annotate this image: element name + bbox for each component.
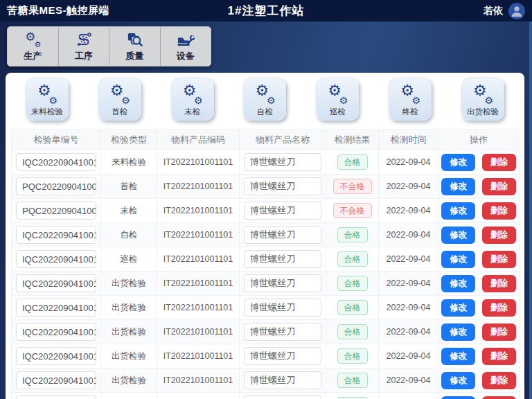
- inspect-type-cell: 出货检验: [101, 393, 157, 399]
- tab-first-inspection[interactable]: ⚙⚙ 首检: [98, 78, 141, 121]
- gears-icon: ⚙⚙: [24, 31, 41, 49]
- toolbar-item-equipment[interactable]: 设备: [161, 27, 211, 66]
- material-name-field[interactable]: 博世螺丝刀: [244, 323, 321, 341]
- material-code-cell: IT2022101001101: [157, 223, 240, 247]
- material-code-cell: IT2022101001101: [157, 393, 240, 399]
- delete-button[interactable]: 删除: [482, 396, 516, 399]
- material-name-field[interactable]: 博世螺丝刀: [244, 226, 321, 244]
- edit-button[interactable]: 修改: [441, 178, 475, 195]
- equipment-wrench-icon: [177, 31, 195, 49]
- edit-button[interactable]: 修改: [441, 299, 475, 317]
- tab-final-inspection[interactable]: ⚙⚙ 终检: [389, 78, 432, 121]
- toolbar-item-production[interactable]: ⚙⚙ 生产: [8, 27, 59, 66]
- vertical-scrollbar[interactable]: [529, 21, 532, 399]
- table-row: IQC202209041001 出货检验 IT2022101001101 博世螺…: [12, 393, 520, 399]
- order-no-field[interactable]: IQC202209041001: [16, 299, 96, 317]
- delete-button[interactable]: 删除: [482, 227, 516, 244]
- tab-patrol-inspection[interactable]: ⚙⚙ 巡检: [316, 78, 359, 121]
- edit-button[interactable]: 修改: [441, 251, 475, 268]
- table-row: IQC202209041001 巡检 IT2022101001101 博世螺丝刀…: [12, 247, 520, 272]
- table-row: IQC202209041001 出货检验 IT2022101001101 博世螺…: [12, 344, 520, 369]
- material-name-field[interactable]: 博世螺丝刀: [244, 299, 321, 317]
- table-row: IQC202209041001 出货检验 IT2022101001101 博世螺…: [12, 296, 520, 320]
- delete-button[interactable]: 删除: [482, 372, 516, 389]
- col-header-actions: 操作: [438, 130, 520, 150]
- order-no-field[interactable]: PQC202209041001: [16, 177, 96, 195]
- order-no-field[interactable]: IQC202209041001: [16, 371, 96, 389]
- tab-incoming-inspection[interactable]: ⚙⚙ 来料检验: [26, 78, 69, 121]
- gears-icon: ⚙⚙: [37, 85, 57, 105]
- order-no-field[interactable]: PQC202209041001: [16, 202, 96, 220]
- table-row: IQC202209041001 出货检验 IT2022101001101 博世螺…: [12, 369, 520, 393]
- content-panel: ⚙⚙ 来料检验 ⚙⚙ 首检 ⚙⚙ 末检 ⚙⚙ 自检 ⚙⚙ 巡检 ⚙⚙ 终检: [6, 73, 524, 399]
- inspect-time-cell: 2022-09-04: [379, 199, 438, 223]
- order-no-field[interactable]: IQC202209041001: [16, 347, 96, 365]
- inspect-type-cell: 巡检: [101, 247, 157, 272]
- tab-label: 首检: [112, 107, 127, 117]
- order-no-field[interactable]: IQC202209041001: [16, 396, 96, 399]
- material-name-field[interactable]: 博世螺丝刀: [244, 202, 321, 220]
- user-avatar-icon[interactable]: [508, 3, 525, 19]
- table-header-row: 检验单编号 检验类型 物料产品编码 物料产品名称 检测结果 检测时间 操作: [12, 130, 520, 150]
- delete-button[interactable]: 删除: [482, 348, 516, 365]
- process-route-icon: [75, 31, 93, 49]
- delete-button[interactable]: 删除: [482, 275, 516, 292]
- order-no-field[interactable]: IQC202209041001: [16, 274, 96, 292]
- inspection-tabs: ⚙⚙ 来料检验 ⚙⚙ 首检 ⚙⚙ 末检 ⚙⚙ 自检 ⚙⚙ 巡检 ⚙⚙ 终检: [26, 78, 504, 121]
- edit-button[interactable]: 修改: [441, 227, 475, 244]
- toolbar-item-quality[interactable]: 质量: [109, 27, 161, 66]
- tab-last-inspection[interactable]: ⚙⚙ 末检: [171, 78, 214, 121]
- topbar: 苦糖果MES-触控屏端 1#注塑工作站 若依: [0, 0, 532, 21]
- order-no-field[interactable]: IQC202209041001: [16, 323, 96, 341]
- material-name-field[interactable]: 博世螺丝刀: [244, 250, 321, 268]
- inspect-time-cell: 2022-09-04: [379, 369, 438, 393]
- toolbar-item-process[interactable]: 工序: [59, 27, 110, 66]
- result-badge: 合格: [337, 251, 368, 267]
- username: 若依: [484, 5, 503, 17]
- edit-button[interactable]: 修改: [441, 396, 475, 399]
- inspect-time-cell: 2022-09-04: [379, 223, 438, 247]
- delete-button[interactable]: 删除: [482, 299, 516, 317]
- inspect-type-cell: 出货检验: [101, 272, 157, 296]
- order-no-field[interactable]: IQC202209041001: [16, 250, 96, 268]
- material-name-field[interactable]: 博世螺丝刀: [244, 177, 321, 195]
- edit-button[interactable]: 修改: [441, 202, 475, 220]
- edit-button[interactable]: 修改: [441, 348, 475, 365]
- material-code-cell: IT2022101001101: [157, 150, 240, 175]
- app-title: 苦糖果MES-触控屏端: [7, 4, 109, 17]
- material-name-field[interactable]: 博世螺丝刀: [244, 274, 321, 292]
- toolbar-item-label: 质量: [125, 50, 143, 62]
- order-no-field[interactable]: IQC202209041001: [16, 226, 96, 244]
- inspect-time-cell: 2022-09-04: [379, 393, 438, 399]
- edit-button[interactable]: 修改: [441, 275, 475, 292]
- material-name-field[interactable]: 博世螺丝刀: [244, 371, 321, 389]
- material-name-field[interactable]: 博世螺丝刀: [244, 153, 321, 171]
- inspect-time-cell: 2022-09-04: [379, 320, 438, 344]
- toolbar-item-label: 工序: [75, 50, 93, 62]
- result-badge: 合格: [337, 276, 368, 291]
- tab-self-inspection[interactable]: ⚙⚙ 自检: [243, 78, 286, 121]
- col-header-result: 检测结果: [326, 130, 379, 150]
- material-name-field[interactable]: 博世螺丝刀: [244, 347, 321, 365]
- table-row: IQC202209041001 出货检验 IT2022101001101 博世螺…: [12, 320, 520, 344]
- result-badge: 合格: [337, 227, 368, 242]
- edit-button[interactable]: 修改: [441, 323, 475, 341]
- module-toolbar: ⚙⚙ 生产 工序: [7, 26, 211, 66]
- edit-button[interactable]: 修改: [441, 372, 475, 389]
- toolbar-item-label: 生产: [24, 50, 42, 62]
- inspection-table: 检验单编号 检验类型 物料产品编码 物料产品名称 检测结果 检测时间 操作 IQ…: [11, 129, 519, 399]
- edit-button[interactable]: 修改: [441, 154, 475, 171]
- tab-outgoing-inspection[interactable]: ⚙⚙ 出货检验: [461, 78, 504, 121]
- col-header-material-code: 物料产品编码: [157, 130, 240, 150]
- delete-button[interactable]: 删除: [482, 178, 516, 195]
- delete-button[interactable]: 删除: [482, 251, 516, 268]
- delete-button[interactable]: 删除: [482, 202, 516, 220]
- delete-button[interactable]: 删除: [482, 323, 516, 341]
- user-area[interactable]: 若依: [484, 3, 525, 19]
- order-no-field[interactable]: IQC202209041001: [16, 153, 96, 171]
- material-code-cell: IT2022101001101: [157, 175, 240, 199]
- delete-button[interactable]: 删除: [482, 154, 516, 171]
- inspect-time-cell: 2022-09-04: [379, 247, 438, 272]
- inspect-time-cell: 2022-09-04: [379, 344, 438, 369]
- material-name-field[interactable]: 博世螺丝刀: [244, 396, 321, 399]
